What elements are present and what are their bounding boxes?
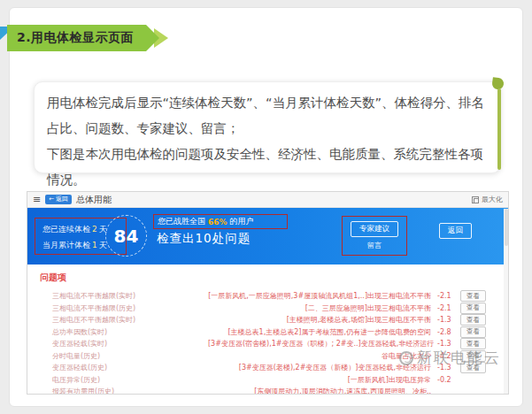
problem-name: 报装有功需用(历史) <box>40 387 208 395</box>
description-box: 用电体检完成后显示“连续体检天数”、“当月累计体检天数”、体检得分、排名占比、问… <box>34 81 501 173</box>
problem-name: 三相电压不平衡越限(实时) <box>40 315 208 325</box>
problem-row: 报装有功需用(历史) [东侧顶层动力,顶层消防动力,速冻库,西顶层照明、冷柜.. <box>40 386 499 395</box>
view-button[interactable]: 查看 <box>460 362 486 373</box>
streak-value: 2 <box>92 225 97 234</box>
problem-description: [东侧顶层动力,顶层消防动力,速冻库,西顶层照明、冷柜.. <box>208 387 437 395</box>
back-arrow-icon: ← <box>49 195 54 204</box>
health-check-header: 您已连续体检2天 当月累计体检1天 84 您已战胜全国 66% 的用户 检查出1… <box>27 208 508 264</box>
problem-action-cell: 查看 <box>460 290 499 302</box>
problem-description: [一层新风机,一层应急照明,3#屋顶轴流风机组1,..]出现三相电流不平衡 <box>208 291 437 301</box>
problem-row: 三相电压不平衡越限(实时) [主楼照明,老楼总表,场馆]出现三相电压不平衡 -1… <box>40 314 499 326</box>
view-button[interactable]: 查看 <box>460 314 486 326</box>
problem-score: -2.1 <box>437 304 460 312</box>
view-button[interactable]: 查看 <box>460 338 486 349</box>
beat-percent: 66% <box>208 218 227 226</box>
problem-description: [一层新风机]出现电压异常 <box>208 375 437 385</box>
problem-row: 变压器轻载(实时) [3#变压器(宿舍楼),1#变压器（职楼）; 2#变..]变… <box>40 338 499 350</box>
problem-row: 变压器轻载(历史) [3#变压器(老楼),2#变压器（新楼）]变压器轻载,非经济… <box>40 362 499 374</box>
problem-score: -4.2 <box>437 352 460 360</box>
vertical-scrollbar[interactable] <box>504 209 508 394</box>
view-button[interactable]: 查看 <box>460 326 486 338</box>
description-line-2: 下图是本次用电体检的问题项及安全性、经济性、电能质量、系统完整性各项情况。 <box>47 142 488 193</box>
problem-name: 总功率因数(实时) <box>40 327 208 337</box>
problems-section: 问题项 三相电流不平衡越限(实时) [一层新风机,一层应急照明,3#屋顶轴流风机… <box>27 264 508 395</box>
section-title: 2.用电体检显示页面 <box>7 25 159 51</box>
month-label: 当月累计体检 <box>42 241 90 249</box>
problem-score: -2.8 <box>437 328 460 336</box>
maximize-icon <box>472 196 479 203</box>
month-value: 1 <box>92 241 97 249</box>
beat-suffix: 的用户 <box>230 216 254 227</box>
description-line-1: 用电体检完成后显示“连续体检天数”、“当月累计体检天数”、体检得分、排名占比、问… <box>47 90 488 142</box>
problem-score: -0.2 <box>437 376 460 384</box>
app-toolbar: ≡ ←返回 总体用能 最大化 <box>27 192 508 208</box>
problem-action-cell: 查看 <box>460 303 499 314</box>
back-badge-label: 返回 <box>56 195 68 204</box>
expert-annotation: 专家建议 留言 <box>342 216 407 256</box>
return-button[interactable]: 返回 <box>439 223 472 239</box>
streak-label: 您已连续体检 <box>42 225 90 234</box>
problems-section-title: 问题项 <box>40 272 499 284</box>
problem-name: 分时电量(历史) <box>40 351 208 361</box>
problem-name: 三相电流不平衡越限(历史) <box>40 303 208 313</box>
problem-action-cell: 查看 <box>460 362 499 373</box>
problem-row: 总功率因数(实时) [主楼总表1,主楼总表2]属于考核范围,仍有进一步降低电费的… <box>40 326 499 339</box>
expert-advice-button[interactable]: 专家建议 <box>351 221 398 237</box>
view-button[interactable]: 查看 <box>460 350 486 362</box>
problem-score: -1.3 <box>437 364 460 372</box>
view-button[interactable]: 查看 <box>460 303 486 314</box>
problem-score: -1.3 <box>437 316 460 324</box>
section-ribbon: 2.用电体检显示页面 <box>7 25 168 51</box>
page-title: 总体用能 <box>76 194 112 206</box>
problem-action-cell: 查看 <box>460 314 499 326</box>
problem-description: [3#变压器(老楼),2#变压器（新楼）]变压器轻载,非经济运行 <box>208 363 437 372</box>
health-score-circle: 84 <box>105 215 147 257</box>
problem-name: 三相电流不平衡越限(实时) <box>40 291 208 301</box>
problem-row: 三相电流不平衡越限(历史) [二、三层应急照明]出现三相电流不平衡 -2.1 查… <box>40 303 499 315</box>
back-badge[interactable]: ←返回 <box>45 195 72 204</box>
problem-description: [主楼总表1,主楼总表2]属于考核范围,仍有进一步降低电费的空间 <box>208 327 437 337</box>
problem-name: 变压器轻载(历史) <box>40 363 208 372</box>
scrollbar-thumb[interactable] <box>505 209 508 246</box>
maximize-control[interactable]: 最大化 <box>472 195 503 204</box>
maximize-label: 最大化 <box>482 195 503 204</box>
green-line-decoration <box>497 88 501 170</box>
problem-description: 谷电量占比太少 <box>208 351 437 361</box>
problem-row: 电压异常(历史) [一层新风机]出现电压异常 -0.2 <box>40 374 499 387</box>
problem-description: [主楼照明,老楼总表,场馆]出现三相电压不平衡 <box>208 315 437 325</box>
problem-row: 三相电流不平衡越限(实时) [一层新风机,一层应急照明,3#屋顶轴流风机组1,.… <box>40 290 499 303</box>
beat-prefix: 您已战胜全国 <box>158 216 205 227</box>
problems-count: 检查出10处问题 <box>157 231 251 247</box>
message-link[interactable]: 留言 <box>367 241 382 250</box>
problem-row: 分时电量(历史) 谷电量占比太少 -4.2 查看 <box>40 350 499 363</box>
problem-name: 变压器轻载(实时) <box>40 339 208 349</box>
problem-score: -1.3 <box>437 340 460 348</box>
problem-action-cell: 查看 <box>460 350 499 362</box>
problem-action-cell: 查看 <box>460 338 499 349</box>
problems-list: 三相电流不平衡越限(实时) [一层新风机,一层应急照明,3#屋顶轴流风机组1,.… <box>40 290 499 395</box>
view-button[interactable]: 查看 <box>460 290 486 302</box>
problem-name: 电压异常(历史) <box>40 375 208 385</box>
menu-icon[interactable]: ≡ <box>33 195 41 204</box>
beat-percent-annotation: 您已战胜全国 66% 的用户 <box>153 214 288 229</box>
app-screenshot: ≡ ←返回 总体用能 最大化 您已连续体检2天 当月累计体检1天 84 您已战胜… <box>27 191 509 395</box>
problem-action-cell: 查看 <box>460 326 499 338</box>
problem-description: [3#变压器(宿舍楼),1#变压器（职楼）; 2#变..]变压器轻载,非经济运行 <box>208 339 437 349</box>
problem-description: [二、三层应急照明]出现三相电流不平衡 <box>208 303 437 313</box>
problem-score: -2.1 <box>437 292 460 300</box>
